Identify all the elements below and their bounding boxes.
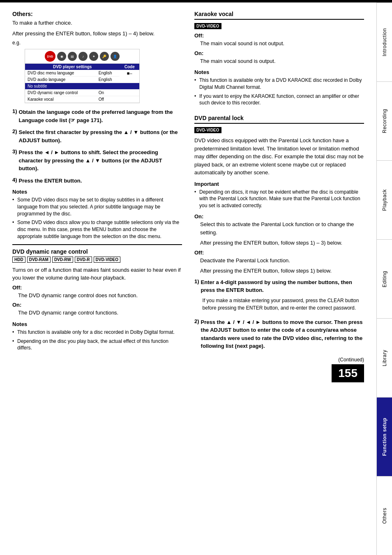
eg-label: e.g. [12,40,182,46]
step-2-num: 2) [12,128,17,134]
sidebar-tab-library[interactable]: Library [377,318,392,397]
icon3: ♪ [78,52,88,61]
notes-header-1: Notes [12,189,182,195]
dvd-notes-section: Notes This function is available only fo… [12,321,182,352]
badge-dvd-rw: DVD-RW [52,257,73,263]
others-section: Others: To make a further choice. After … [12,11,182,185]
screen-row-5-code [120,96,139,103]
note-1-1: Some DVD video discs may be set to displ… [12,197,182,217]
step-1: 1) Obtain the language code of the prefe… [12,108,182,124]
page-number: 155 [332,364,364,382]
screen-row-1-label: DVD disc menu language [25,70,96,76]
screen-table: DVD player settings Code DVD disc menu l… [25,64,139,103]
screen-row-2-value: English [96,76,120,83]
parental-on-text2: After pressing the ENTER button, follow … [194,239,364,247]
parental-step-1-num: 1) [194,278,199,284]
dvd-on-text: The DVD dynamic range control functions. [12,309,182,317]
sidebar-right: Introduction Recording Playback Editing … [376,2,392,555]
icon6: 👤 [111,52,120,61]
step-4: 4) Press the ENTER button. [12,177,182,185]
important-section: Important Depending on discs, it may not… [194,181,364,209]
parental-section: DVD parental lock DVD-VIDEO DVD video di… [194,115,364,382]
karaoke-off-header: Off: [194,32,364,39]
step-4-num: 4) [12,177,17,183]
sidebar-tab-function-setup-label: Function setup [382,418,387,456]
step-1-text: Obtain the language code of the preferre… [19,108,182,124]
right-column: Karaoke vocal DVD-VIDEO Off: The main vo… [194,11,364,547]
dvd-off-text: The DVD dynamic range control does not f… [12,291,182,300]
parental-on-text1: Select this to activate the Parental Loc… [194,220,364,236]
badge-dvd-r: DVD-R [75,257,92,263]
page-number-container: 155 [194,364,364,382]
dvd-note-1: This function is available only for a di… [12,329,182,336]
parental-badge-row: DVD-VIDEO [194,127,364,133]
karaoke-note-1: This function is available only for a DV… [194,77,364,91]
dvd-dynamic-section: DVD dynamic range control HDD DVD-RAM DV… [12,248,182,352]
step-3-text: Press the ◄ / ► buttons to shift. Select… [19,148,182,173]
karaoke-on-header: On: [194,50,364,56]
screen-row-3-value: No subtitle [25,83,139,90]
others-intro2: After pressing the ENTER button, follow … [12,30,182,38]
step-3: 3) Press the ◄ / ► buttons to shift. Sel… [12,148,182,173]
screen-row-1: DVD disc menu language English ■– [25,70,139,76]
karaoke-section: Karaoke vocal DVD-VIDEO Off: The main vo… [194,11,364,106]
karaoke-on-text: The main vocal sound is output. [194,57,364,65]
badge-hdd: HDD [12,257,25,263]
sidebar-tab-playback-label: Playback [382,189,387,211]
sidebar-tab-introduction[interactable]: Introduction [377,2,392,81]
parental-off-text1: Deactivate the Parental Lock function. [194,257,364,265]
screen-icons-row: DVD ◉ ▤ ♪ ✦ 🔑 👤 [25,49,139,64]
dvd-notes-header: Notes [12,321,182,327]
dvd-dynamic-intro: Turns on or off a function that makes fa… [12,266,182,282]
note-1-2: Some DVD video discs allow you to change… [12,219,182,240]
karaoke-badge-row: DVD-VIDEO [194,23,364,29]
icon2: ▤ [68,52,77,61]
page-container: Others: To make a further choice. After … [0,2,392,555]
continued-text: (Continued) [194,357,364,363]
badge-dvd-video-dynamic: DVD-VIDEO [94,257,121,263]
parental-step-2-num: 2) [194,318,199,324]
sidebar-tab-function-setup[interactable]: Function setup [377,397,392,476]
step-4-text: Press the ENTER button. [19,177,82,185]
icon5: 🔑 [100,52,109,61]
parental-on-header: On: [194,213,364,220]
sidebar-tab-library-label: Library [382,349,387,366]
dvd-on-header: On: [12,302,182,308]
important-note-1: Depending on discs, it may not be eviden… [194,189,364,209]
badge-dvd-video-karaoke: DVD-VIDEO [194,23,221,29]
sidebar-tab-editing[interactable]: Editing [377,239,392,318]
screen-row-5-label: Karaoke vocal [25,96,96,103]
sidebar-tab-recording-label: Recording [382,109,387,133]
step-3-num: 3) [12,148,17,155]
parental-off-text2: After pressing the ENTER button, follow … [194,267,364,275]
important-header: Important [194,181,364,187]
sidebar-tab-playback[interactable]: Playback [377,160,392,239]
step-2-text: Select the first character by pressing t… [19,128,182,144]
icon4: ✦ [89,52,98,61]
others-intro1: To make a further choice. [12,19,182,27]
parental-step-2-text: Press the ▲ / ▼ / ◄ / ► buttons to move … [201,318,364,350]
parental-off-header: Off: [194,250,364,256]
screen-table-code-header: Code [120,64,139,70]
sidebar-tab-others-label: Others [382,508,387,524]
parental-header: DVD parental lock [194,115,364,121]
sidebar-tab-editing-label: Editing [382,271,387,287]
screen-row-4-code [120,90,139,96]
screen-table-header: DVD player settings [25,64,120,70]
parental-divider [194,123,364,124]
icon1: ◉ [57,52,66,61]
parental-step-1-sub: If you make a mistake entering your pass… [201,297,364,312]
karaoke-notes-header: Notes [194,69,364,75]
sidebar-tab-recording[interactable]: Recording [377,81,392,160]
karaoke-off-text: The main vocal sound is not output. [194,39,364,48]
screen-row-4-label: DVD dynamic range control [25,90,96,96]
sidebar-tab-others[interactable]: Others [377,476,392,555]
notes-section-1: Notes Some DVD video discs may be set to… [12,189,182,240]
karaoke-notes-section: Notes This function is available only fo… [194,69,364,106]
parental-step-1-text: Enter a 4-digit password by using the nu… [201,279,352,294]
screen-row-5: Karaoke vocal Off [25,96,139,103]
others-header: Others: [12,11,182,17]
step-2: 2) Select the first character by pressin… [12,128,182,144]
karaoke-divider [194,19,364,20]
step-1-num: 1) [12,108,17,114]
